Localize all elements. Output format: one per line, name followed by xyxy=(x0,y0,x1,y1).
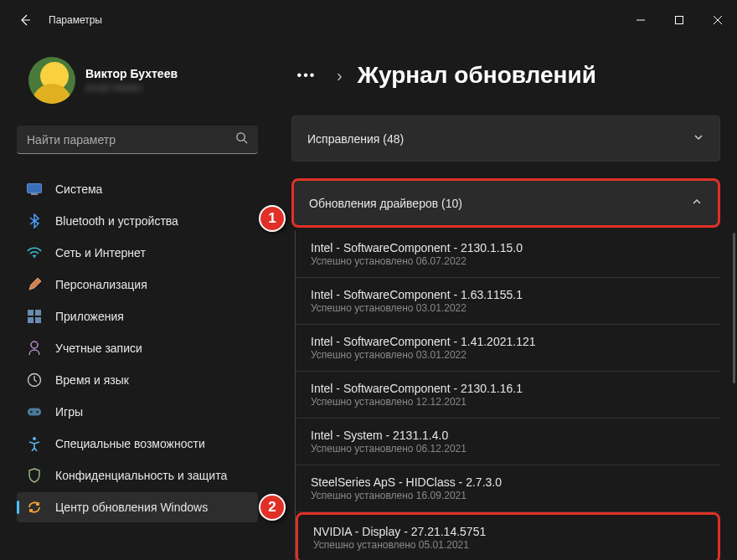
shield-icon xyxy=(27,468,42,483)
update-title: NVIDIA - Display - 27.21.14.5751 xyxy=(313,525,703,538)
svg-rect-7 xyxy=(31,193,38,195)
update-item[interactable]: SteelSeries ApS - HIDClass - 2.7.3.0 Усп… xyxy=(296,465,720,512)
close-button[interactable] xyxy=(698,7,737,34)
accessibility-icon xyxy=(27,436,42,451)
update-title: SteelSeries ApS - HIDClass - 2.7.3.0 xyxy=(311,475,705,489)
sidebar-item-privacy[interactable]: Конфиденциальность и защита xyxy=(17,460,258,491)
update-item[interactable]: Intel - SoftwareComponent - 1.63.1155.1 … xyxy=(296,278,720,325)
sidebar-item-label: Центр обновления Windows xyxy=(55,501,208,514)
sidebar-item-apps[interactable]: Приложения xyxy=(17,301,258,331)
profile-block[interactable]: Виктор Бухтеев email hidden xyxy=(17,57,258,104)
breadcrumb-ellipsis-button[interactable]: ••• xyxy=(291,60,322,90)
update-item[interactable]: Intel - SoftwareComponent - 2130.1.15.0 … xyxy=(296,231,720,278)
update-status: Успешно установлено 03.01.2022 xyxy=(311,302,705,314)
page-title: Журнал обновлений xyxy=(358,62,596,89)
update-item-nvidia[interactable]: NVIDIA - Display - 27.21.14.5751 Успешно… xyxy=(296,512,720,560)
svg-point-18 xyxy=(33,437,36,440)
person-icon xyxy=(27,341,42,356)
sidebar-item-label: Персонализация xyxy=(55,278,147,291)
annotation-marker-1: 1 xyxy=(259,205,286,232)
update-status: Успешно установлено 06.07.2022 xyxy=(311,255,705,267)
svg-rect-6 xyxy=(28,184,42,193)
update-icon xyxy=(27,500,42,515)
sidebar-item-time-language[interactable]: Время и язык xyxy=(17,365,258,395)
update-item[interactable]: Intel - System - 2131.1.4.0 Успешно уста… xyxy=(296,419,720,465)
sidebar-item-label: Приложения xyxy=(55,310,124,323)
sidebar-item-label: Сеть и Интернет xyxy=(55,246,146,259)
update-item[interactable]: Intel - SoftwareComponent - 2130.1.16.1 … xyxy=(296,372,720,419)
chevron-down-icon xyxy=(693,131,704,146)
sidebar-item-windows-update[interactable]: Центр обновления Windows xyxy=(17,492,258,522)
window-controls xyxy=(621,7,737,34)
main-panel: ••• › Журнал обновлений Исправления (48)… xyxy=(268,40,737,560)
sidebar-item-label: Bluetooth и устройства xyxy=(55,214,178,228)
search-input[interactable] xyxy=(27,133,235,146)
svg-point-16 xyxy=(30,411,33,414)
svg-rect-9 xyxy=(28,310,34,316)
svg-point-8 xyxy=(34,256,35,258)
sidebar-item-label: Специальные возможности xyxy=(55,437,205,450)
sidebar-item-label: Учетные записи xyxy=(55,342,142,355)
avatar xyxy=(28,57,75,104)
nav-list: Система Bluetooth и устройства Сеть и Ин… xyxy=(17,174,258,522)
annotation-marker-2: 2 xyxy=(259,494,286,521)
svg-line-5 xyxy=(244,140,247,143)
section-label: Обновления драйверов (10) xyxy=(309,197,462,210)
sidebar-item-accounts[interactable]: Учетные записи xyxy=(17,333,258,363)
update-title: Intel - SoftwareComponent - 1.63.1155.1 xyxy=(311,288,705,301)
chevron-right-icon: › xyxy=(337,66,343,85)
minimize-button[interactable] xyxy=(621,7,660,34)
sidebar-item-bluetooth[interactable]: Bluetooth и устройства xyxy=(17,206,258,236)
breadcrumb: ••• › Журнал обновлений xyxy=(291,60,720,90)
sidebar-item-label: Конфиденциальность и защита xyxy=(55,469,227,482)
svg-point-13 xyxy=(31,342,38,348)
update-item[interactable]: Intel - SoftwareComponent - 1.41.2021.12… xyxy=(296,325,720,372)
sidebar-item-gaming[interactable]: Игры xyxy=(17,397,258,427)
titlebar: Параметры xyxy=(0,0,737,40)
wifi-icon xyxy=(27,245,42,260)
svg-rect-11 xyxy=(28,317,34,323)
scrollbar[interactable] xyxy=(733,233,735,383)
update-status: Успешно установлено 06.12.2021 xyxy=(311,443,705,455)
section-driver-updates[interactable]: Обновления драйверов (10) xyxy=(291,178,720,228)
svg-rect-12 xyxy=(35,317,41,323)
sidebar: Виктор Бухтеев email hidden Система Blue… xyxy=(0,40,268,560)
update-status: Успешно установлено 16.09.2021 xyxy=(311,490,705,501)
svg-rect-10 xyxy=(35,310,41,316)
search-box[interactable] xyxy=(17,126,258,154)
back-button[interactable] xyxy=(17,12,34,28)
sidebar-item-network[interactable]: Сеть и Интернет xyxy=(17,238,258,268)
apps-icon xyxy=(27,309,42,324)
sidebar-item-label: Система xyxy=(55,182,102,196)
chevron-up-icon xyxy=(691,196,703,210)
section-label: Исправления (48) xyxy=(307,132,404,146)
svg-point-17 xyxy=(36,411,39,414)
svg-point-4 xyxy=(237,133,245,141)
svg-rect-1 xyxy=(676,17,683,24)
search-icon xyxy=(235,131,248,147)
driver-updates-list: Intel - SoftwareComponent - 2130.1.15.0 … xyxy=(295,231,720,560)
update-title: Intel - SoftwareComponent - 2130.1.16.1 xyxy=(311,382,705,395)
maximize-button[interactable] xyxy=(660,7,698,34)
update-status: Успешно установлено 03.01.2022 xyxy=(311,349,705,361)
sidebar-item-personalization[interactable]: Персонализация xyxy=(17,270,258,300)
sidebar-item-label: Игры xyxy=(55,405,83,419)
update-title: Intel - System - 2131.1.4.0 xyxy=(311,429,705,442)
profile-email: email hidden xyxy=(85,82,178,94)
section-fixes[interactable]: Исправления (48) xyxy=(291,116,720,162)
update-status: Успешно установлено 05.01.2021 xyxy=(313,539,703,551)
bluetooth-icon xyxy=(27,213,42,229)
update-status: Успешно установлено 12.12.2021 xyxy=(311,396,705,408)
update-title: Intel - SoftwareComponent - 1.41.2021.12… xyxy=(311,335,705,348)
profile-name: Виктор Бухтеев xyxy=(85,67,178,80)
svg-rect-15 xyxy=(28,408,41,416)
clock-globe-icon xyxy=(27,372,42,388)
update-title: Intel - SoftwareComponent - 2130.1.15.0 xyxy=(311,241,705,254)
gamepad-icon xyxy=(27,404,42,419)
brush-icon xyxy=(27,277,42,292)
display-icon xyxy=(27,182,42,197)
sidebar-item-accessibility[interactable]: Специальные возможности xyxy=(17,429,258,459)
app-title: Параметры xyxy=(49,14,102,26)
sidebar-item-system[interactable]: Система xyxy=(17,174,258,204)
sidebar-item-label: Время и язык xyxy=(55,373,129,387)
